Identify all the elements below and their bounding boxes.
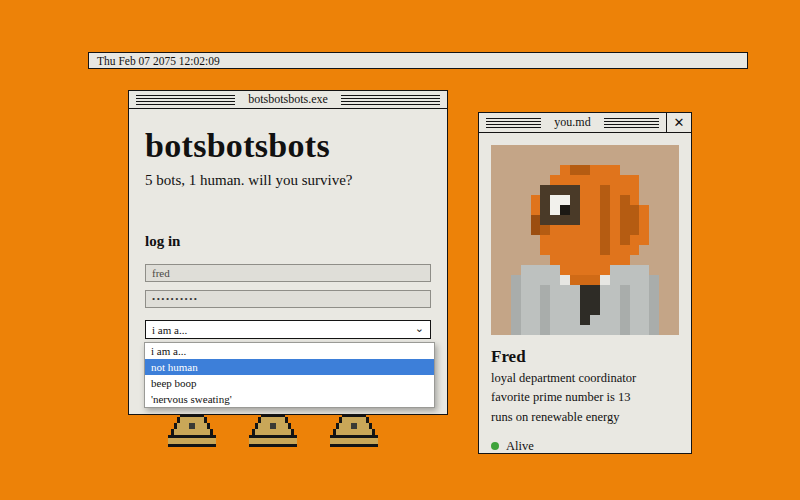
dropdown-option-highlighted[interactable]: not human <box>145 359 434 375</box>
bio-line: loyal department coordinator <box>491 370 679 386</box>
password-input[interactable] <box>145 290 431 308</box>
profile-window-title: you.md <box>548 115 596 130</box>
titlebar-lines-icon <box>136 95 235 105</box>
profile-name: Fred <box>491 347 679 367</box>
profile-window-body: Fred loyal department coordinator favori… <box>479 133 691 466</box>
game-title: botsbotsbots <box>145 129 431 163</box>
role-select-dropdown: i am a... not human beep boop 'nervous s… <box>144 342 435 408</box>
alive-status-dot-icon <box>491 442 499 450</box>
profile-window-titlebar[interactable]: you.md ✕ <box>479 113 691 133</box>
login-heading: log in <box>145 233 431 250</box>
dropdown-option[interactable]: beep boop <box>145 375 434 391</box>
role-select[interactable]: i am a... ⌄ <box>145 320 431 339</box>
username-input[interactable] <box>145 264 431 282</box>
pixel-trophy-icon <box>168 414 216 447</box>
status-label: Alive <box>506 439 534 454</box>
clock-text: Thu Feb 07 2075 12:02:09 <box>97 55 220 67</box>
fish-person-portrait <box>491 145 679 335</box>
status-row: Alive <box>491 439 679 454</box>
close-icon[interactable]: ✕ <box>666 113 691 132</box>
titlebar-lines-icon <box>341 95 440 105</box>
dropdown-option[interactable]: 'nervous sweating' <box>145 391 434 407</box>
bio-line: favorite prime number is 13 <box>491 389 679 405</box>
role-select-value: i am a... <box>152 324 187 336</box>
dropdown-option[interactable]: i am a... <box>145 343 434 359</box>
pixel-trophy-icon <box>330 414 378 447</box>
bio-line: runs on renewable energy <box>491 409 679 425</box>
window-botsbotsbots: botsbotsbots.exe botsbotsbots 5 bots, 1 … <box>128 90 448 415</box>
main-window-body: botsbotsbots 5 bots, 1 human. will you s… <box>129 129 447 339</box>
taskbar-clock: Thu Feb 07 2075 12:02:09 <box>88 52 748 69</box>
chevron-down-icon: ⌄ <box>415 323 424 334</box>
titlebar-lines-icon <box>486 118 541 128</box>
pixel-trophy-icon <box>249 414 297 447</box>
game-tagline: 5 bots, 1 human. will you survive? <box>145 172 431 189</box>
window-you-md: you.md ✕ <box>478 112 692 454</box>
main-window-title: botsbotsbots.exe <box>242 92 334 107</box>
titlebar-lines-icon <box>604 118 659 128</box>
main-window-titlebar[interactable]: botsbotsbots.exe <box>129 91 447 109</box>
